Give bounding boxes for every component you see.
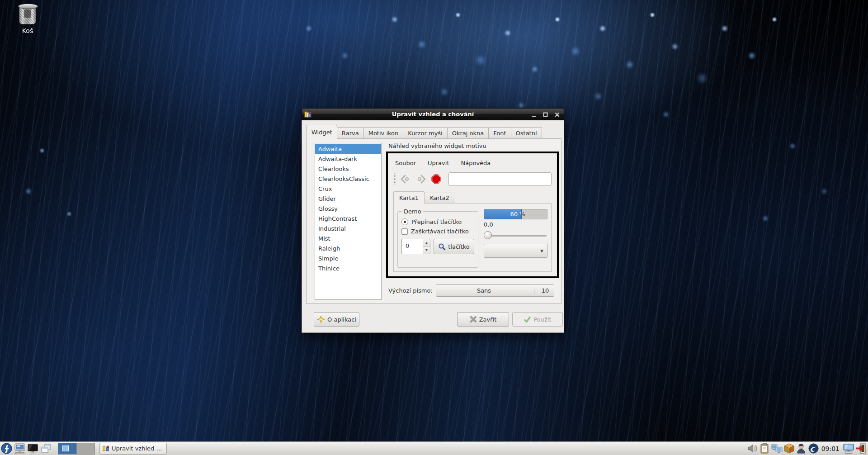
coordinate-label: 0,0 [484, 221, 547, 228]
spin-up-icon[interactable]: ▲ [423, 239, 430, 246]
about-button-label: O aplikaci [327, 316, 356, 323]
font-family-value: Sans [436, 287, 532, 294]
tab-barva[interactable]: Barva [337, 127, 364, 139]
combo-box[interactable]: ▼ [484, 244, 547, 258]
preview-text-entry[interactable] [448, 172, 552, 186]
minimize-icon[interactable] [531, 112, 537, 118]
demo-frame: Demo Přepínací tlačítko Zaškrtávací tlač… [397, 208, 478, 268]
workspace-window-thumb [62, 446, 69, 451]
stop-icon[interactable] [429, 173, 443, 185]
dialog-body: Widget Barva Motiv ikon Kurzor myši Okra… [302, 120, 564, 333]
slider[interactable] [484, 231, 547, 240]
apply-button[interactable]: Použít [512, 312, 563, 327]
spin-down-icon[interactable]: ▼ [423, 246, 430, 254]
progress-bar: 60 % 60 % [484, 209, 547, 219]
tab-motiv-ikon[interactable]: Motiv ikon [363, 127, 404, 139]
tab-okraj-okna[interactable]: Okraj okna [447, 127, 489, 139]
theme-list-item[interactable]: Crux [315, 184, 381, 194]
preview-tab-karta2[interactable]: Karta2 [424, 193, 455, 204]
checkbox[interactable] [401, 228, 408, 235]
user-icon[interactable] [795, 442, 807, 455]
tab-ostatni[interactable]: Ostatní [511, 127, 542, 139]
terminal-launcher-icon[interactable] [13, 442, 26, 455]
theme-list-item[interactable]: Simple [315, 254, 381, 264]
about-button[interactable]: O aplikaci [314, 312, 359, 327]
radio-label: Přepínací tlačítko [411, 218, 462, 225]
notebook-page-widget: Adwaita Adwaita-dark Clearlooks Clearloo… [306, 138, 561, 304]
preview-menubar: Soubor Upravit Nápověda [393, 157, 552, 169]
workspace-switcher[interactable] [58, 443, 95, 455]
slider-track [485, 235, 547, 237]
windows-cascade-icon[interactable] [39, 442, 52, 455]
clipboard-icon[interactable] [759, 442, 771, 455]
workspace-2[interactable] [76, 443, 94, 454]
theme-list-item[interactable]: Adwaita [315, 144, 381, 154]
theme-list-item[interactable]: Adwaita-dark [315, 154, 381, 164]
task-appearance-icon [103, 445, 109, 452]
demo-button-label: tlačítko [448, 243, 470, 250]
menu-soubor[interactable]: Soubor [395, 160, 416, 166]
demo-right-column: 60 % 60 % 0,0 [484, 208, 547, 268]
volume-icon[interactable] [746, 442, 759, 455]
close-button[interactable]: Zavřít [457, 312, 509, 327]
slider-knob[interactable] [484, 231, 492, 239]
font-button-divider [534, 287, 534, 294]
demo-button[interactable]: tlačítko [434, 239, 474, 254]
logout-icon[interactable] [854, 442, 867, 455]
close-icon[interactable] [554, 112, 560, 118]
taskbar: Upravit vzhled a ... 09:01 [0, 441, 868, 455]
swirl-applet-icon[interactable] [807, 442, 820, 455]
spin-button[interactable]: 0 ▲ ▼ [401, 239, 430, 254]
clock[interactable]: 09:01 [821, 445, 840, 452]
tab-font[interactable]: Font [488, 127, 511, 139]
star-icon [317, 315, 325, 323]
display-tray-icon[interactable] [842, 442, 854, 455]
maximize-icon[interactable] [542, 112, 548, 118]
back-icon[interactable] [399, 173, 412, 185]
menu-upravit[interactable]: Upravit [428, 160, 449, 166]
close-button-label: Zavřít [479, 316, 497, 323]
preview-tabstrip: Karta1 Karta2 [393, 191, 552, 204]
theme-list-item[interactable]: ClearlooksClassic [315, 174, 381, 184]
workspace-1[interactable] [58, 443, 76, 454]
taskbar-window-label: Upravit vzhled a ... [112, 445, 164, 452]
wallpaper-bokeh-dots [0, 0, 3, 3]
preview-toolbar [393, 169, 552, 188]
checkbox-label: Zaškrtávací tlačítko [411, 228, 469, 235]
desktop-icon-trash[interactable]: Koš [12, 5, 43, 34]
display-settings-icon[interactable] [26, 442, 39, 455]
taskbar-window-button[interactable]: Upravit vzhled a ... [99, 443, 167, 455]
theme-list-item[interactable]: Mist [315, 234, 381, 244]
titlebar[interactable]: Upravit vzhled a chování [302, 108, 564, 120]
theme-list-item[interactable]: Clearlooks [315, 164, 381, 174]
demo-legend: Demo [402, 208, 423, 215]
theme-list-item[interactable]: Raleigh [315, 244, 381, 254]
font-size-value: 10 [537, 287, 554, 294]
network-computers-icon[interactable] [771, 442, 783, 455]
theme-list[interactable]: Adwaita Adwaita-dark Clearlooks Clearloo… [315, 143, 382, 300]
window-title: Upravit vzhled a chování [302, 111, 564, 118]
theme-list-item[interactable]: ThinIce [315, 264, 381, 274]
package-icon[interactable] [783, 442, 795, 455]
toolbar-drag-handle-icon[interactable] [393, 173, 396, 185]
theme-list-item[interactable]: Industrial [315, 224, 381, 234]
theme-preview-frame: Soubor Upravit Nápověda [386, 152, 559, 278]
preview-tab-karta1[interactable]: Karta1 [393, 191, 425, 204]
font-select-button[interactable]: Sans 10 [436, 284, 554, 297]
default-font-label: Výchozí písmo: [388, 284, 433, 297]
menu-napoveda[interactable]: Nápověda [461, 160, 491, 166]
combo-arrow-icon: ▼ [540, 249, 543, 253]
theme-list-item[interactable]: Glider [315, 194, 381, 204]
magnifier-icon [438, 243, 446, 251]
radio-button[interactable] [401, 218, 408, 225]
tab-kurzor-mysi[interactable]: Kurzor myši [403, 127, 447, 139]
trash-icon [19, 5, 36, 24]
theme-list-item[interactable]: Glossy [315, 204, 381, 214]
tab-widget[interactable]: Widget [307, 125, 337, 139]
main-tabstrip: Widget Barva Motiv ikon Kurzor myši Okra… [307, 125, 542, 139]
fedora-menu-icon[interactable] [0, 442, 13, 455]
theme-list-item[interactable]: HighContrast [315, 214, 381, 224]
appearance-dialog: Upravit vzhled a chování Widget Barva Mo… [302, 108, 564, 333]
forward-icon[interactable] [414, 173, 428, 185]
trash-label: Koš [12, 27, 43, 34]
